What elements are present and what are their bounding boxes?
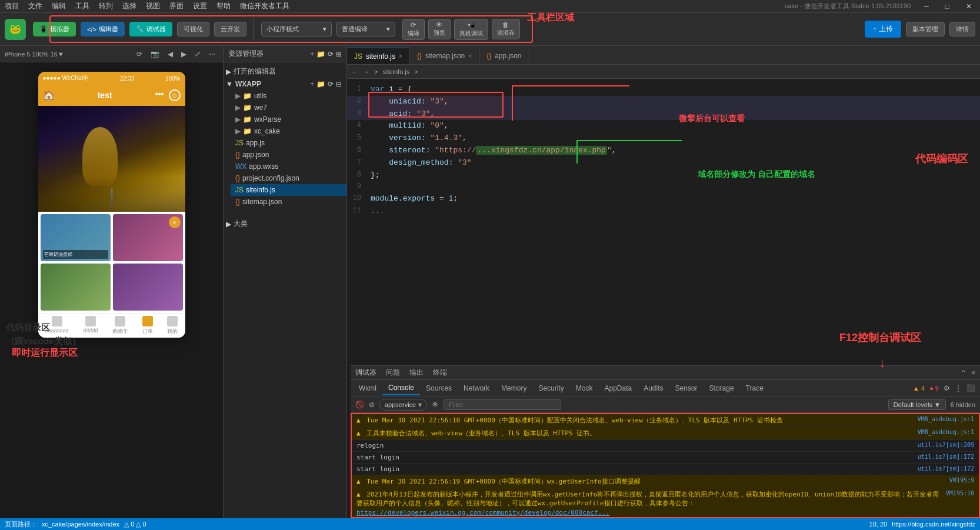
open-editors-section[interactable]: ▶ 打开的编辑器 [224, 65, 346, 78]
window-close[interactable]: ✕ [962, 2, 975, 11]
file-tree: ▶ 打开的编辑器 ▼ WXAPP + 📁 ⟳ ⊟ ▶ 📁 utils [224, 62, 346, 518]
settings-icon[interactable]: ⚙ [941, 384, 952, 392]
subtab-appdata[interactable]: AppData [598, 382, 638, 395]
menu-item-tools[interactable]: 工具 [75, 1, 89, 11]
menu-item-edit[interactable]: 编辑 [52, 1, 66, 11]
new-folder-icon[interactable]: 📁 [316, 50, 325, 58]
file-app-wxss[interactable]: WX app.wxss [231, 161, 346, 172]
status-warnings: △ 0 △ 0 [124, 521, 146, 528]
folder-xc-cake[interactable]: ▶ 📁 xc_cake [231, 125, 346, 137]
tab-ddddd[interactable]: ddddd [83, 316, 98, 335]
collapse-icon[interactable]: ⊟ [336, 80, 342, 88]
menu-item-view[interactable]: 视图 [146, 1, 160, 11]
file-project-config[interactable]: {} project.config.json [231, 172, 346, 184]
more-folder[interactable]: ▶ 大类 [224, 217, 346, 231]
subtab-storage[interactable]: Storage [704, 382, 740, 395]
file-app-json[interactable]: {} app.json [231, 149, 346, 161]
tab-debugger[interactable]: 调试器 [355, 368, 376, 378]
forward-button[interactable]: → [363, 68, 369, 75]
eye-filter-icon[interactable]: 👁 [432, 401, 439, 409]
folder-utils[interactable]: ▶ 📁 utils [231, 90, 346, 102]
close-tab-icon[interactable]: × [399, 53, 402, 59]
filter-icon[interactable]: ⊘ [369, 401, 375, 409]
rotate-button[interactable]: ⟳ [134, 49, 145, 59]
tab-terminal[interactable]: 终端 [433, 368, 447, 378]
screenshot-button[interactable]: 📷 [148, 49, 162, 59]
appservice-selector[interactable]: appservice ▾ [379, 399, 427, 411]
menu-item-select[interactable]: 选择 [122, 1, 136, 11]
subtab-console[interactable]: Console [382, 381, 420, 395]
dock-icon[interactable]: ⬛ [964, 384, 978, 392]
add-folder-icon[interactable]: 📁 [316, 80, 325, 88]
add-file-icon[interactable]: + [310, 80, 314, 88]
upload-button[interactable]: ↑ 上传 [865, 21, 901, 38]
tab-order[interactable]: 订单 [142, 316, 153, 335]
menu-item-goto[interactable]: 转到 [99, 1, 113, 11]
menu-item-file[interactable]: 文件 [28, 1, 42, 11]
devtools-expand-icon[interactable]: ⌃ [961, 369, 966, 377]
refresh-tree-icon[interactable]: ⟳ [328, 50, 334, 58]
tab-output[interactable]: 输出 [409, 368, 424, 378]
close-tab-icon[interactable]: × [468, 53, 472, 59]
debugger-button[interactable]: 🔧 调试器 [129, 22, 172, 36]
expand-sim-button[interactable]: ⤢ [192, 49, 203, 59]
console-filter-input[interactable] [444, 399, 561, 410]
editor-button[interactable]: </> 编辑器 [81, 22, 125, 36]
detail-button[interactable]: 详情 [949, 22, 975, 36]
tab-cart[interactable]: 购物车 [112, 316, 128, 335]
folder-we7[interactable]: ▶ 📁 we7 [231, 102, 346, 114]
compile-dropdown[interactable]: 普通编译 ▾ [336, 22, 395, 36]
file-sitemap-json[interactable]: {} sitemap.json [231, 196, 346, 208]
menu-item-project[interactable]: 项目 [5, 1, 19, 11]
device-selector[interactable]: iPhone 5 100% 16▼ [5, 51, 64, 58]
compile-button[interactable]: ⟳ 编译 [402, 19, 425, 40]
menu-item-wechat[interactable]: 微信开发者工具 [240, 1, 289, 11]
preview-button[interactable]: 👁 预览 [428, 19, 451, 39]
menu-item-help[interactable]: 帮助 [216, 1, 231, 11]
file-app-js[interactable]: JS app.js [231, 137, 346, 149]
subtab-memory[interactable]: Memory [495, 382, 532, 395]
mode-dropdown[interactable]: 小程序模式 ▾ [261, 22, 332, 36]
menu-item-ui[interactable]: 界面 [169, 1, 184, 11]
subtab-network[interactable]: Network [458, 382, 495, 395]
new-file-icon[interactable]: + [310, 50, 314, 58]
subtab-audits[interactable]: Audits [638, 382, 669, 395]
folder-wxparse[interactable]: ▶ 📁 wxParse [231, 114, 346, 125]
subtab-trace[interactable]: Trace [740, 382, 769, 395]
wxapp-section[interactable]: ▼ WXAPP + 📁 ⟳ ⊟ [224, 78, 346, 90]
tab-mine[interactable]: 我的 [167, 316, 178, 335]
tab-app-json[interactable]: {} app.json [479, 48, 529, 64]
cloud-button[interactable]: 云开发 [214, 22, 246, 36]
refresh-icon[interactable]: ⟳ [328, 80, 334, 88]
collapse-tree-icon[interactable]: ⊞ [336, 50, 342, 58]
phone-frame: ●●●●● WeChat中 22:33 100% 🏠 test ••• ○ [0, 62, 223, 518]
hidden-count[interactable]: 6 hidden [951, 401, 975, 408]
tab-siteinfo-js[interactable]: JS siteinfo.js × [347, 48, 410, 64]
visual-button[interactable]: 可视化 [177, 22, 209, 36]
window-minimize[interactable]: ─ [920, 2, 932, 11]
more-sim-button[interactable]: ⋯ [206, 49, 218, 59]
json-file-icon: {} [235, 198, 240, 206]
back-button[interactable]: ← [352, 68, 358, 75]
version-mgmt-button[interactable]: 版本管理 [906, 22, 945, 36]
devtools-close-icon[interactable]: × [971, 369, 975, 377]
next-button[interactable]: ▶ [179, 49, 189, 59]
subtab-security[interactable]: Security [532, 382, 569, 395]
subtab-mock[interactable]: Mock [570, 382, 599, 395]
clear-console-icon[interactable]: 🚫 [355, 401, 364, 409]
file-siteinfo-js[interactable]: JS siteinfo.js [231, 184, 346, 196]
subtab-sensor[interactable]: Sensor [669, 382, 704, 395]
tab-issues[interactable]: 问题 [386, 368, 400, 378]
tab-sitemap-json[interactable]: {} sitemap.json × [410, 48, 479, 64]
subtab-wxml[interactable]: Wxml [353, 382, 382, 395]
prev-button[interactable]: ◀ [165, 49, 175, 59]
simulator-button[interactable]: 📱 模拟器 [33, 22, 76, 36]
menu-item-settings[interactable]: 设置 [193, 1, 207, 11]
device-debug-button[interactable]: 📲 真机调试 [454, 19, 488, 40]
log-level-dropdown[interactable]: Default levels ▼ [888, 399, 946, 410]
subtab-sources[interactable]: Sources [420, 382, 458, 395]
more-options-icon[interactable]: ⋮ [952, 384, 964, 392]
window-maximize[interactable]: □ [942, 2, 953, 11]
clear-cache-button[interactable]: 🗑 清渲存 [492, 19, 520, 39]
doc-link[interactable]: https://developers.weixin.qq.com/communi… [356, 509, 609, 516]
